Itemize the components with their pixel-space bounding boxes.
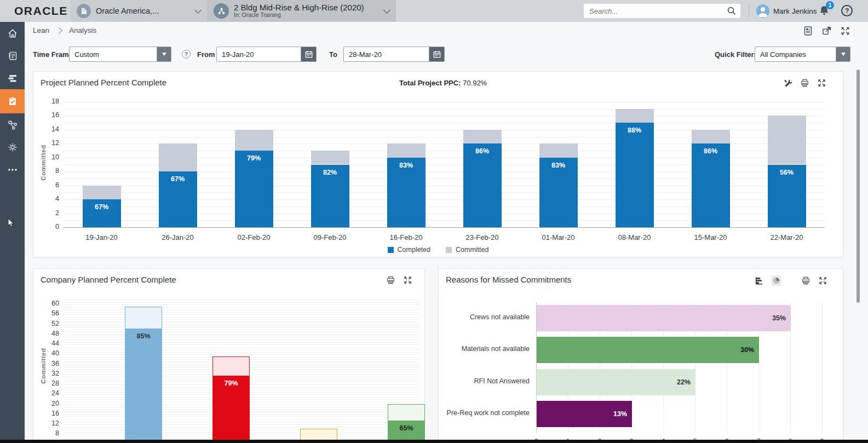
bar-percent-label: 56% <box>768 169 806 176</box>
organization-selector[interactable]: Oracle America,... <box>70 0 207 22</box>
x-axis-tick-label: 02-Feb-20 <box>221 233 287 241</box>
bar-committed-segment[interactable] <box>311 151 349 164</box>
bar-committed-segment[interactable] <box>539 143 578 157</box>
y-axis-tick-label: 12 <box>36 139 59 147</box>
y-axis-tick-label: 4 <box>36 195 59 203</box>
to-date-value: 28-Mar-20 <box>344 47 429 61</box>
user-menu[interactable]: Mark Jenkins <box>756 4 825 18</box>
sidebar-item-settings[interactable] <box>0 136 25 158</box>
sidebar-item-schedule[interactable] <box>0 67 25 89</box>
caret-down-icon <box>162 53 166 56</box>
total-ppc-label: Total Project PPC: <box>399 79 461 87</box>
sidebar-item-activities[interactable] <box>0 44 25 67</box>
to-calendar-button[interactable] <box>429 47 444 61</box>
grid-line <box>64 227 825 228</box>
bar-percent-label: 65% <box>388 424 425 432</box>
settings-tools-icon[interactable] <box>783 78 792 88</box>
bar-committed-segment[interactable] <box>463 130 502 143</box>
sidebar-item-home[interactable] <box>0 22 25 44</box>
y-axis-tick-label: 6 <box>36 181 59 189</box>
y-axis-tick-label: 32 <box>36 370 59 377</box>
network-nodes-icon <box>7 119 18 130</box>
help-button[interactable]: ? <box>841 5 853 16</box>
legend-item[interactable]: Completed <box>388 246 430 254</box>
sidebar-item-network[interactable] <box>0 113 25 136</box>
breadcrumb-lean[interactable]: Lean <box>33 26 49 34</box>
category-label: Materials not available <box>442 345 530 353</box>
time-frame-select[interactable]: Custom <box>69 47 171 62</box>
bar-completed-segment[interactable] <box>692 143 730 227</box>
y-axis-tick-label: 24 <box>36 389 59 397</box>
bar-committed-segment[interactable] <box>159 143 197 171</box>
from-calendar-button[interactable] <box>301 47 316 61</box>
missed-commitments-plot: 0123456789Crews not available35%Material… <box>536 302 832 433</box>
organization-label: Oracle America,... <box>96 7 159 15</box>
bar-percent-label: 86% <box>463 147 502 155</box>
expand-icon[interactable] <box>817 78 826 88</box>
total-ppc-value: 70.92% <box>463 79 487 87</box>
from-label: From <box>197 50 215 59</box>
project-ppc-title: Project Planned Percent Complete <box>41 78 166 87</box>
total-project-ppc: Total Project PPC: 70.92% <box>399 79 487 87</box>
bar-completed-segment[interactable] <box>616 123 654 227</box>
from-date-field[interactable]: 19-Jan-20 <box>216 47 317 62</box>
y-axis-tick-label: 44 <box>36 340 59 347</box>
notifications-button[interactable]: 1 <box>818 4 831 18</box>
vertical-scrollbar-thumb[interactable] <box>856 70 860 303</box>
bar-percent-label: 86% <box>692 147 730 155</box>
reason-bar[interactable]: 35% <box>537 305 791 331</box>
bar-committed-segment[interactable] <box>387 143 426 157</box>
bar-percent-label: 79% <box>212 379 250 387</box>
dropdown-button[interactable] <box>836 47 850 61</box>
bar-committed-segment[interactable] <box>616 109 654 123</box>
search-input[interactable] <box>584 4 740 18</box>
time-frame-help-icon[interactable]: ? <box>182 50 191 59</box>
search-icon[interactable] <box>727 6 737 16</box>
bar-committed-segment[interactable] <box>125 307 162 329</box>
report-icon[interactable] <box>803 26 813 36</box>
sidebar-item-more[interactable] <box>0 158 25 181</box>
expand-icon[interactable] <box>818 276 827 285</box>
to-date-field[interactable]: 28-Mar-20 <box>343 47 445 62</box>
y-axis-tick-label: 20 <box>36 400 59 407</box>
x-axis-tick-label: 26-Jan-20 <box>145 233 211 241</box>
share-icon[interactable] <box>821 26 832 36</box>
oracle-logo: ORACLE <box>14 5 68 18</box>
y-axis-tick-label: 8 <box>36 167 59 175</box>
print-icon[interactable] <box>386 275 395 285</box>
caret-down-icon <box>841 53 846 56</box>
bar-committed-segment[interactable] <box>212 356 250 377</box>
bar-chart-view-icon[interactable] <box>754 276 763 285</box>
reason-bar[interactable]: 30% <box>537 337 759 363</box>
legend-swatch <box>388 247 394 253</box>
reason-bar[interactable]: 22% <box>537 369 695 395</box>
reason-bar[interactable]: 13% <box>537 401 632 427</box>
pie-chart-view-icon[interactable] <box>771 275 781 286</box>
print-icon[interactable] <box>800 78 809 88</box>
project-selector[interactable]: 2 Bldg Mid-Rise & High-Rise (2020) In: O… <box>207 0 396 22</box>
project-ppc-toolbar <box>783 78 826 88</box>
bar-completed-segment[interactable] <box>125 329 162 442</box>
sidebar-item-lean-tasks[interactable] <box>0 89 25 113</box>
dropdown-button[interactable] <box>157 47 171 61</box>
x-axis-tick-label: 19-Jan-20 <box>69 233 135 241</box>
bar-committed-segment[interactable] <box>235 130 273 151</box>
expand-icon[interactable] <box>403 275 412 285</box>
quick-filters-select[interactable]: All Companies <box>755 47 850 62</box>
bar-committed-segment[interactable] <box>83 186 121 199</box>
x-axis-tick-label: 22-Mar-20 <box>754 233 820 241</box>
legend-item[interactable]: Committed <box>446 246 488 254</box>
print-icon[interactable] <box>801 276 810 285</box>
y-axis-tick-label: 52 <box>36 320 59 327</box>
category-label: RFI Not Answered <box>442 377 530 385</box>
missed-commitments-card: Reasons for Missed Commitments 012345678… <box>438 268 843 443</box>
project-ppc-card: Project Planned Percent Complete Total P… <box>33 71 843 257</box>
bar-completed-segment[interactable] <box>463 143 502 227</box>
expand-icon[interactable] <box>840 26 850 36</box>
bar-committed-segment[interactable] <box>692 130 730 143</box>
grid-line <box>64 116 825 116</box>
missed-commitments-toolbar <box>754 275 827 286</box>
question-mark-icon: ? <box>185 51 188 57</box>
bar-committed-segment[interactable] <box>388 404 425 422</box>
bar-committed-segment[interactable] <box>768 116 806 164</box>
